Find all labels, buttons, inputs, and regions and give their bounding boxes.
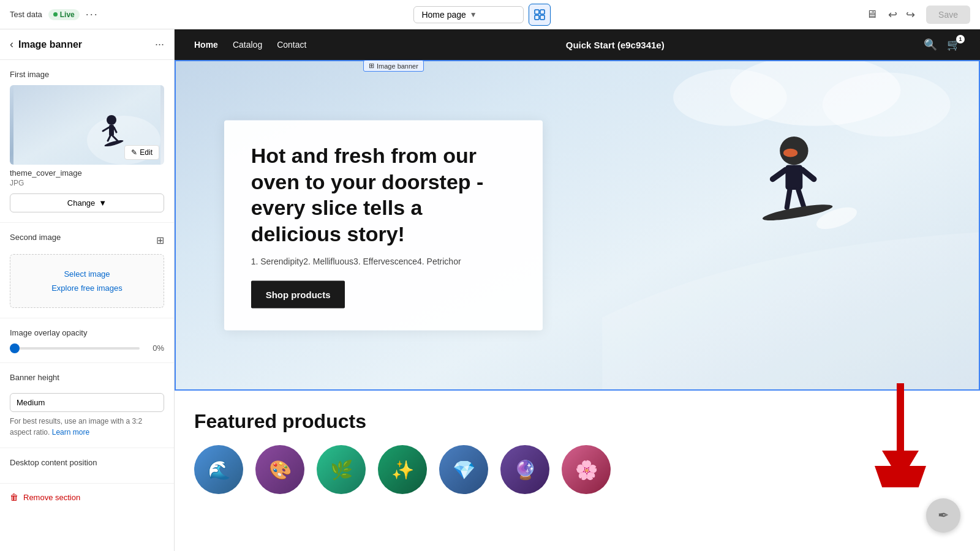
store-name: Quick Start (e9c9341e) xyxy=(566,40,665,50)
image-preview-container: ✎ Edit xyxy=(10,85,164,165)
product-avatar-7[interactable]: 🌸 xyxy=(562,445,611,494)
cart-badge: 1 xyxy=(956,35,965,43)
nav-link-home[interactable]: Home xyxy=(194,40,218,50)
first-image-section: First image xyxy=(0,60,174,223)
main-layout: ‹ Image banner ··· First image xyxy=(0,29,980,551)
svg-rect-1 xyxy=(540,10,545,14)
chevron-down-icon: ▼ xyxy=(99,198,107,208)
nav-link-contact[interactable]: Contact xyxy=(277,40,306,50)
product-avatar-2[interactable]: 🎨 xyxy=(255,445,304,494)
shop-products-button[interactable]: Shop products xyxy=(251,281,345,309)
product-avatar-4[interactable]: ✨ xyxy=(378,445,427,494)
overlay-opacity-section: Image overlay opacity 0% xyxy=(0,318,174,363)
pencil-icon: ✎ xyxy=(131,148,137,157)
banner-height-hint: For best results, use an image with a 3:… xyxy=(10,416,164,438)
panel-header: ‹ Image banner ··· xyxy=(0,29,174,60)
product-icon-2: 🎨 xyxy=(269,459,292,481)
explore-free-images-link[interactable]: Explore free images xyxy=(51,283,123,293)
image-ext: JPG xyxy=(10,179,164,187)
top-bar-left: Test data Live ··· xyxy=(10,8,99,21)
second-image-section: Second image ⊞ Select image Explore free… xyxy=(0,223,174,318)
live-text: Live xyxy=(60,10,75,19)
remove-section-button[interactable]: 🗑 Remove section xyxy=(0,484,174,511)
undo-button[interactable]: ↩ xyxy=(884,6,901,24)
banner-headline: Hot and fresh from our oven to your door… xyxy=(251,143,516,247)
product-icon-5: 💎 xyxy=(453,459,475,481)
store-nav: Home Catalog Contact Quick Start (e9c934… xyxy=(175,29,980,60)
layers-icon: ⊞ xyxy=(156,234,164,246)
left-panel: ‹ Image banner ··· First image xyxy=(0,29,175,551)
featured-section: Featured products 🌊 🎨 🌿 ✨ 💎 xyxy=(175,391,980,506)
section-icon: ⊞ xyxy=(369,62,374,70)
svg-rect-7 xyxy=(109,125,114,136)
banner-content-card: Hot and fresh from our oven to your door… xyxy=(224,121,543,331)
nav-links: Home Catalog Contact xyxy=(194,40,306,50)
banner-section: Hot and fresh from our oven to your door… xyxy=(175,60,980,391)
redo-button[interactable]: ↪ xyxy=(902,6,919,24)
grid-view-button[interactable] xyxy=(529,4,551,26)
back-button[interactable]: ‹ xyxy=(10,38,13,51)
second-image-box: Select image Explore free images xyxy=(10,254,164,308)
search-icon[interactable]: 🔍 xyxy=(924,38,937,51)
desktop-position-section: Desktop content position xyxy=(0,448,174,484)
select-image-link[interactable]: Select image xyxy=(64,269,110,279)
monitor-icon[interactable]: 🖥 xyxy=(866,8,877,21)
banner-height-select[interactable]: Small Medium Large xyxy=(10,393,164,412)
feather-button[interactable]: ✒ xyxy=(926,498,960,533)
svg-point-18 xyxy=(783,149,797,157)
preview-browser: Home Catalog Contact Quick Start (e9c934… xyxy=(175,29,980,551)
product-avatar-5[interactable]: 💎 xyxy=(439,445,488,494)
save-button[interactable]: Save xyxy=(926,6,970,24)
page-selector[interactable]: Home page ▼ xyxy=(413,6,524,23)
product-avatar-3[interactable]: 🌿 xyxy=(317,445,366,494)
product-icon-7: 🌸 xyxy=(575,459,598,481)
page-selector-label: Home page xyxy=(421,10,466,20)
banner-subtext: 1. Serendipity2. Mellifluous3. Effervesc… xyxy=(251,257,516,266)
product-icon-6: 🔮 xyxy=(514,459,537,481)
image-banner-tag-label: Image banner xyxy=(377,62,418,70)
panel-more-button[interactable]: ··· xyxy=(155,38,164,51)
remove-section-label: Remove section xyxy=(23,493,80,502)
second-image-header: Second image ⊞ xyxy=(10,233,164,248)
edit-image-button[interactable]: ✎ Edit xyxy=(124,145,159,160)
svg-point-6 xyxy=(107,115,116,125)
opacity-slider-row: 0% xyxy=(10,343,164,353)
opacity-slider-track[interactable] xyxy=(10,347,140,350)
svg-point-15 xyxy=(673,69,787,126)
svg-rect-19 xyxy=(785,165,802,190)
preview-area: Home Catalog Contact Quick Start (e9c934… xyxy=(175,29,980,551)
second-image-label: Second image xyxy=(10,233,61,242)
topbar-more-button[interactable]: ··· xyxy=(86,8,99,21)
product-avatar-1[interactable]: 🌊 xyxy=(194,445,243,494)
svg-rect-0 xyxy=(535,10,539,14)
edit-label: Edit xyxy=(140,148,153,157)
cart-icon[interactable]: 🛒 1 xyxy=(947,38,960,51)
undo-redo-group: ↩ ↪ xyxy=(884,6,919,24)
top-bar: Test data Live ··· Home page ▼ 🖥 ↩ ↪ Sav… xyxy=(0,0,980,29)
products-row: 🌊 🎨 🌿 ✨ 💎 🔮 xyxy=(194,445,960,494)
image-filename: theme_cover_image xyxy=(10,168,164,178)
panel-title: Image banner xyxy=(18,39,82,50)
product-avatar-6[interactable]: 🔮 xyxy=(500,445,549,494)
test-data-label: Test data xyxy=(10,10,42,19)
svg-rect-2 xyxy=(535,15,539,20)
opacity-value: 0% xyxy=(146,343,164,353)
learn-more-link[interactable]: Learn more xyxy=(52,428,89,437)
first-image-label: First image xyxy=(10,70,164,79)
featured-products-title: Featured products xyxy=(194,410,960,433)
opacity-slider-thumb[interactable] xyxy=(10,343,20,353)
opacity-label: Image overlay opacity xyxy=(10,328,164,337)
nav-link-catalog[interactable]: Catalog xyxy=(233,40,262,50)
panel-header-left: ‹ Image banner xyxy=(10,38,82,51)
trash-icon: 🗑 xyxy=(10,492,18,502)
feather-icon: ✒ xyxy=(938,508,949,523)
grid-icon xyxy=(534,9,545,20)
top-bar-center: Home page ▼ xyxy=(413,4,551,26)
top-bar-right: 🖥 ↩ ↪ Save xyxy=(866,6,970,24)
svg-rect-3 xyxy=(540,15,545,20)
chevron-down-icon: ▼ xyxy=(470,10,477,19)
product-icon-1: 🌊 xyxy=(208,459,230,481)
nav-icons: 🔍 🛒 1 xyxy=(924,38,960,51)
live-badge: Live xyxy=(48,9,80,20)
change-image-button[interactable]: Change ▼ xyxy=(10,193,164,212)
